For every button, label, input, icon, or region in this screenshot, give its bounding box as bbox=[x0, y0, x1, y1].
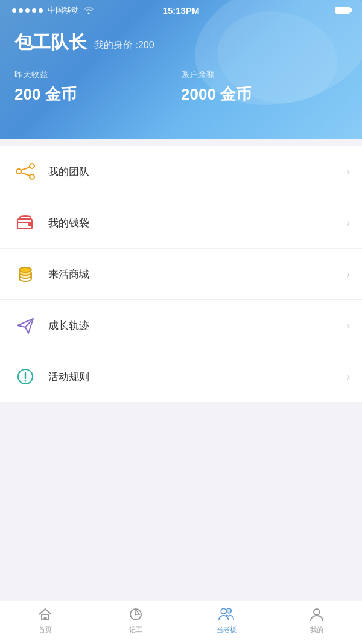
tab-timesheet[interactable]: 记工 bbox=[91, 606, 181, 634]
wallet-label: 我的钱袋 bbox=[48, 216, 346, 230]
balance-value: 2000 金币 bbox=[181, 84, 348, 105]
battery-icon bbox=[335, 7, 350, 14]
tab-mine-label: 我的 bbox=[310, 625, 323, 634]
menu-item-wallet[interactable]: 我的钱袋 › bbox=[0, 197, 362, 249]
team-icon bbox=[12, 158, 39, 185]
user-rank-subtitle: 我的身价 :200 bbox=[94, 39, 154, 52]
user-role-title: 包工队长 bbox=[14, 30, 87, 55]
svg-point-0 bbox=[16, 169, 21, 174]
header-stats: 昨天收益 200 金币 账户余额 2000 金币 bbox=[14, 69, 348, 105]
account-balance: 账户余额 2000 金币 bbox=[181, 69, 348, 105]
menu-item-rules[interactable]: 活动规则 › bbox=[0, 351, 362, 402]
team-label: 我的团队 bbox=[48, 165, 346, 179]
yesterday-value: 200 金币 bbox=[14, 84, 181, 105]
profile-header: 包工队长 我的身价 :200 昨天收益 200 金币 账户余额 2000 金币 bbox=[0, 0, 362, 139]
svg-rect-6 bbox=[28, 223, 32, 226]
signal-dots bbox=[12, 8, 43, 13]
svg-point-10 bbox=[19, 267, 31, 272]
growth-label: 成长轨迹 bbox=[48, 319, 346, 333]
shop-label: 来活商城 bbox=[48, 267, 346, 281]
growth-icon bbox=[12, 312, 39, 339]
tab-mine[interactable]: 我的 bbox=[272, 606, 362, 634]
tab-boss-label: 当老板 bbox=[217, 625, 237, 634]
timesheet-icon bbox=[127, 606, 144, 623]
menu-list: 我的团队 › 我的钱袋 › bbox=[0, 146, 362, 402]
content-spacer bbox=[0, 402, 362, 601]
status-bar: 中国移动 15:13PM bbox=[0, 0, 362, 18]
svg-point-22 bbox=[226, 608, 231, 613]
svg-rect-17 bbox=[44, 617, 47, 620]
wallet-icon bbox=[12, 209, 39, 236]
header-title-row: 包工队长 我的身价 :200 bbox=[14, 30, 348, 55]
wifi-icon bbox=[84, 7, 94, 14]
svg-point-23 bbox=[314, 609, 320, 615]
svg-point-15 bbox=[25, 380, 27, 382]
balance-label: 账户余额 bbox=[181, 69, 348, 80]
shop-icon bbox=[12, 261, 39, 287]
boss-icon bbox=[218, 606, 235, 623]
svg-point-20 bbox=[135, 614, 137, 616]
svg-line-3 bbox=[21, 167, 30, 170]
menu-item-shop[interactable]: 来活商城 › bbox=[0, 249, 362, 300]
rules-icon bbox=[12, 363, 39, 390]
rules-label: 活动规则 bbox=[48, 370, 346, 384]
home-icon bbox=[37, 606, 54, 623]
svg-point-21 bbox=[221, 608, 226, 614]
tab-home-label: 首页 bbox=[39, 625, 52, 634]
svg-point-1 bbox=[30, 164, 34, 168]
carrier-label: 中国移动 bbox=[48, 5, 79, 16]
tab-boss[interactable]: 当老板 bbox=[181, 606, 272, 634]
mine-icon bbox=[308, 606, 325, 623]
tab-timesheet-label: 记工 bbox=[129, 625, 142, 634]
tab-bar: 首页 记工 当老板 bbox=[0, 601, 362, 644]
status-right bbox=[335, 7, 350, 14]
shop-arrow: › bbox=[346, 268, 350, 281]
yesterday-label: 昨天收益 bbox=[14, 69, 181, 80]
menu-item-team[interactable]: 我的团队 › bbox=[0, 146, 362, 197]
wallet-arrow: › bbox=[346, 217, 350, 229]
team-arrow: › bbox=[346, 165, 350, 178]
tab-home[interactable]: 首页 bbox=[0, 606, 91, 634]
svg-line-4 bbox=[21, 173, 30, 176]
growth-arrow: › bbox=[346, 319, 350, 332]
rules-arrow: › bbox=[346, 371, 350, 383]
menu-item-growth[interactable]: 成长轨迹 › bbox=[0, 300, 362, 351]
yesterday-earnings: 昨天收益 200 金币 bbox=[14, 69, 181, 105]
status-left: 中国移动 bbox=[12, 5, 94, 16]
svg-point-2 bbox=[30, 174, 34, 179]
status-time: 15:13PM bbox=[163, 5, 200, 16]
